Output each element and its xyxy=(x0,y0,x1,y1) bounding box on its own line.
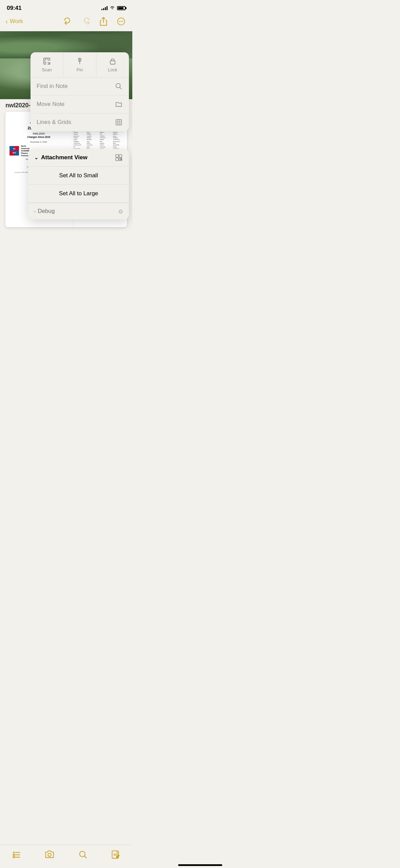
attachment-view-title: Attachment View xyxy=(41,154,88,161)
set-all-small-label: Set All to Small xyxy=(59,172,98,179)
top-action-menu: Scan Pin Lock Find in Note xyxy=(31,52,129,131)
scan-button[interactable]: Scan xyxy=(31,52,63,77)
scan-label: Scan xyxy=(42,67,52,72)
folder-icon xyxy=(115,100,123,108)
chevron-down-icon: ⌄ xyxy=(34,155,38,160)
find-in-note-button[interactable]: Find in Note xyxy=(31,77,129,95)
svg-rect-25 xyxy=(116,158,118,161)
search-icon xyxy=(115,82,123,90)
pin-icon xyxy=(76,57,84,65)
debug-label: Debug xyxy=(38,208,55,215)
svg-rect-23 xyxy=(116,155,118,157)
set-all-small-button[interactable]: Set All to Small xyxy=(28,167,129,185)
svg-rect-12 xyxy=(48,58,50,60)
pin-label: Pin xyxy=(77,67,83,72)
move-note-label: Move Note xyxy=(37,101,64,108)
debug-item[interactable]: › Debug ⊙ xyxy=(28,203,129,219)
attachment-view-toggle-icon xyxy=(115,153,123,162)
svg-rect-15 xyxy=(110,61,115,64)
set-all-large-button[interactable]: Set All to Large xyxy=(28,185,129,203)
svg-rect-13 xyxy=(44,62,46,64)
action-row: Scan Pin Lock xyxy=(31,52,129,77)
attachment-header-left: ⌄ Attachment View xyxy=(34,154,88,161)
svg-rect-26 xyxy=(119,158,120,161)
set-all-large-label: Set All to Large xyxy=(59,190,98,197)
lines-grids-button[interactable]: Lines & Grids xyxy=(31,113,129,131)
svg-rect-27 xyxy=(121,158,122,161)
attachment-view-section: ⌄ Attachment View Set All to Small xyxy=(28,146,129,219)
debug-icon: ⊙ xyxy=(118,208,123,215)
dropdown-overlay: Scan Pin Lock Find in Note xyxy=(0,0,132,287)
scan-icon xyxy=(43,57,51,65)
chevron-right-icon: › xyxy=(34,209,36,214)
grid-icon xyxy=(115,118,123,126)
lock-icon xyxy=(109,57,117,65)
svg-rect-18 xyxy=(116,120,122,125)
find-in-note-label: Find in Note xyxy=(37,83,68,90)
move-note-button[interactable]: Move Note xyxy=(31,95,129,113)
lock-label: Lock xyxy=(108,67,117,72)
pin-button[interactable]: Pin xyxy=(63,52,96,77)
svg-rect-11 xyxy=(44,58,46,60)
lines-grids-label: Lines & Grids xyxy=(37,119,71,126)
svg-rect-24 xyxy=(119,155,122,157)
attachment-view-header[interactable]: ⌄ Attachment View xyxy=(28,149,129,167)
svg-line-17 xyxy=(120,87,122,89)
lock-button[interactable]: Lock xyxy=(96,52,129,77)
